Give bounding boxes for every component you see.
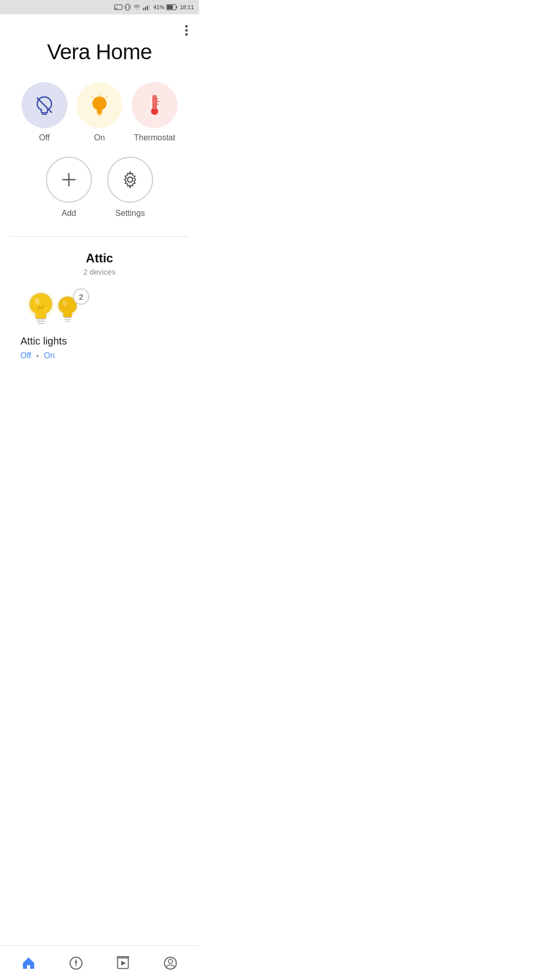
- device-on-button[interactable]: On: [44, 351, 55, 360]
- category-on[interactable]: On: [77, 82, 122, 142]
- settings-circle: [107, 157, 153, 203]
- vibrate-icon: [124, 4, 131, 11]
- app-title: Vera Home: [47, 40, 152, 64]
- divider: [10, 236, 189, 237]
- device-off-button[interactable]: Off: [20, 351, 31, 360]
- add-label: Add: [62, 209, 76, 218]
- svg-rect-8: [149, 4, 150, 10]
- add-circle: [46, 157, 92, 203]
- nav-profile[interactable]: [155, 952, 186, 974]
- category-on-circle: [77, 82, 122, 128]
- device-name: Attic lights: [20, 335, 67, 347]
- compass-icon: [69, 956, 83, 970]
- room-section: Attic 2 devices: [0, 241, 199, 371]
- svg-rect-5: [143, 8, 144, 11]
- svg-rect-25: [154, 95, 156, 109]
- room-device-count: 2 devices: [83, 267, 115, 276]
- device-count-badge: 2: [73, 288, 89, 305]
- svg-line-19: [106, 96, 107, 97]
- svg-rect-2: [127, 4, 130, 10]
- category-off[interactable]: Off: [21, 82, 67, 142]
- category-off-circle: [21, 82, 67, 128]
- home-icon: [21, 956, 36, 970]
- wifi-icon: [133, 4, 141, 10]
- category-on-label: On: [94, 133, 105, 142]
- add-button-item[interactable]: Add: [46, 157, 92, 218]
- clock: 18:11: [180, 4, 194, 10]
- media-icon: [116, 956, 130, 970]
- bulb-on-icon: [88, 94, 111, 116]
- svg-line-18: [92, 96, 93, 97]
- main-content: Vera Home Off: [0, 14, 199, 241]
- device-card: 2 Attic lights Off On: [10, 284, 189, 371]
- svg-point-28: [128, 177, 133, 182]
- nav-explore[interactable]: [61, 952, 91, 974]
- category-thermostat-label: Thermostat: [134, 133, 176, 142]
- category-row: Off On: [10, 82, 189, 142]
- svg-rect-6: [145, 7, 146, 10]
- svg-rect-11: [167, 5, 173, 9]
- svg-rect-43: [117, 957, 129, 958]
- battery-icon: [166, 4, 178, 10]
- svg-rect-10: [177, 6, 178, 8]
- battery-level: 41%: [153, 4, 164, 10]
- category-thermostat[interactable]: Thermostat: [132, 82, 178, 142]
- action-row: Add Settings: [10, 157, 189, 218]
- category-off-label: Off: [39, 133, 49, 142]
- svg-rect-0: [115, 5, 122, 9]
- category-thermostat-circle: [132, 82, 178, 128]
- control-separator: [36, 355, 39, 357]
- svg-marker-44: [121, 961, 126, 965]
- device-icon-wrapper: 2: [20, 289, 84, 330]
- profile-icon: [163, 956, 178, 970]
- gear-icon: [121, 170, 139, 189]
- signal-icon: [143, 4, 151, 10]
- svg-point-46: [168, 959, 172, 963]
- plus-icon: [60, 171, 78, 188]
- svg-rect-7: [147, 6, 148, 10]
- overflow-menu-button[interactable]: [181, 19, 192, 41]
- device-controls: Off On: [20, 351, 55, 360]
- thermometer-icon: [145, 93, 164, 117]
- room-title: Attic: [86, 251, 113, 265]
- status-bar: 41% 18:11: [0, 0, 199, 14]
- cast-icon: [114, 4, 122, 10]
- nav-media[interactable]: [108, 952, 138, 974]
- settings-button-item[interactable]: Settings: [107, 157, 153, 218]
- settings-label: Settings: [115, 209, 145, 218]
- nav-home[interactable]: [13, 952, 44, 974]
- bottom-nav: [0, 945, 199, 980]
- svg-line-14: [37, 98, 52, 112]
- bulb-group: 2: [20, 289, 84, 330]
- bulb-off-icon: [33, 94, 56, 116]
- svg-marker-41: [74, 962, 77, 967]
